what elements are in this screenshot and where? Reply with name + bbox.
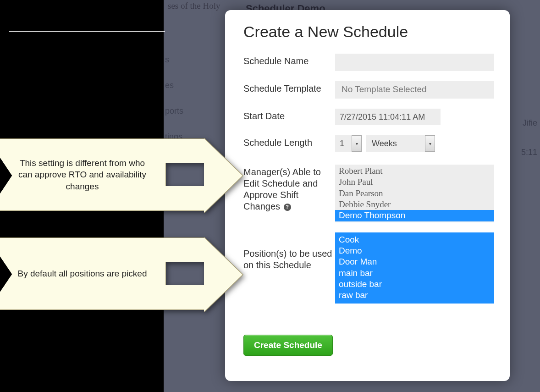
callout-managers: This setting is different from who can a…	[0, 138, 171, 211]
length-number-value: 1	[340, 139, 344, 149]
help-icon[interactable]: ?	[284, 204, 291, 211]
position-option[interactable]: Door Man	[335, 256, 494, 267]
divider	[9, 31, 165, 32]
managers-listbox[interactable]: Robert PlantJohn PaulDan PearsonDebbie S…	[335, 165, 494, 222]
label-start-date: Start Date	[243, 109, 335, 122]
bg-menu-item: s	[165, 55, 183, 65]
create-schedule-dialog: Create a New Schedule Schedule Name Sche…	[225, 10, 510, 381]
schedule-length-number[interactable]: 1 ▾	[335, 135, 362, 152]
label-schedule-name: Schedule Name	[243, 54, 335, 67]
row-schedule-length: Schedule Length 1 ▾ Weeks ▾	[243, 135, 494, 152]
callout-text: This setting is different from who can a…	[13, 157, 152, 193]
manager-option[interactable]: Dan Pearson	[335, 188, 494, 199]
schedule-length-unit[interactable]: Weeks ▾	[366, 135, 435, 152]
label-schedule-template: Schedule Template	[243, 81, 335, 94]
bg-right-text: Jifie	[523, 118, 537, 128]
row-schedule-template: Schedule Template No Template Selected	[243, 81, 494, 99]
row-managers: Manager(s) Able to Edit Schedule and App…	[243, 165, 494, 222]
label-managers-text: Manager(s) Able to Edit Schedule and App…	[243, 167, 321, 211]
schedule-template-select[interactable]: No Template Selected	[335, 81, 494, 99]
position-option[interactable]: main bar	[335, 268, 494, 279]
manager-option[interactable]: John Paul	[335, 177, 494, 188]
position-option[interactable]: Cook	[335, 234, 494, 245]
length-unit-value: Weeks	[372, 139, 397, 149]
manager-option[interactable]: Debbie Snyder	[335, 199, 494, 210]
label-positions: Position(s) to be used on this Schedule	[243, 232, 335, 271]
position-option[interactable]: raw bar	[335, 290, 494, 301]
position-option[interactable]: Demo	[335, 245, 494, 256]
start-date-input[interactable]	[335, 109, 441, 125]
manager-option[interactable]: Robert Plant	[335, 166, 494, 177]
row-schedule-name: Schedule Name	[243, 54, 494, 71]
create-schedule-button[interactable]: Create Schedule	[243, 335, 333, 356]
position-option[interactable]: outside bar	[335, 279, 494, 290]
positions-listbox[interactable]: CookDemoDoor Manmain baroutside barraw b…	[335, 232, 494, 304]
schedule-name-input[interactable]	[335, 54, 494, 71]
row-start-date: Start Date	[243, 109, 494, 125]
label-managers: Manager(s) Able to Edit Schedule and App…	[243, 165, 335, 212]
chevron-down-icon[interactable]: ▾	[352, 135, 362, 152]
label-schedule-length: Schedule Length	[243, 135, 335, 149]
bg-right-text: 5:11	[521, 148, 537, 157]
bg-text-snippet: ses of the Holy	[168, 1, 220, 11]
bg-menu-item: es	[165, 81, 183, 90]
callout-text: By default all positions are picked	[18, 268, 147, 280]
callout-positions: By default all positions are picked	[0, 237, 171, 310]
bg-menu-item: ports	[165, 106, 183, 116]
manager-option[interactable]: Demo Thompson	[335, 210, 494, 221]
chevron-down-icon[interactable]: ▾	[425, 135, 435, 152]
row-positions: Position(s) to be used on this Schedule …	[243, 232, 494, 304]
dialog-title: Create a New Schedule	[243, 23, 494, 41]
